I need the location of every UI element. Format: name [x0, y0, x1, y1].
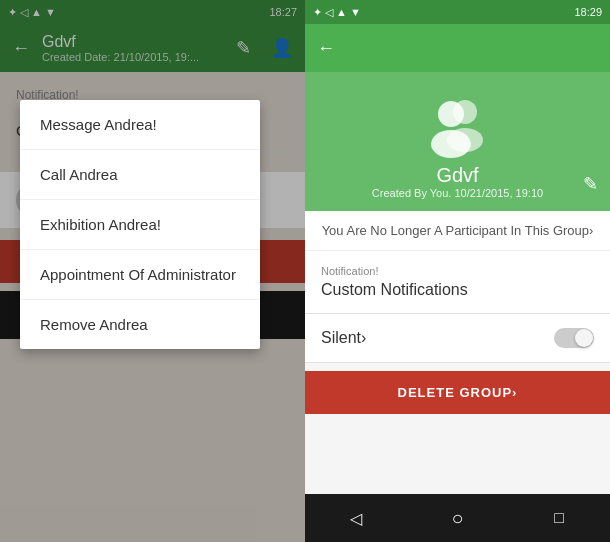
participant-notice: You Are No Longer A Participant In This …: [305, 211, 610, 251]
right-status-time: 18:29: [574, 6, 602, 18]
right-nav-recent-icon[interactable]: □: [539, 498, 579, 538]
silent-label: Silent›: [321, 329, 366, 347]
right-toolbar: ←: [305, 24, 610, 72]
right-edit-icon[interactable]: ✎: [583, 173, 598, 195]
group-header: Gdvf Created By You. 10/21/2015, 19:10 ✎: [305, 72, 610, 211]
menu-item-message-andrea[interactable]: Message Andrea!: [20, 100, 260, 150]
delete-group-button[interactable]: DELETE GROUP›: [305, 371, 610, 414]
menu-item-remove-andrea[interactable]: Remove Andrea: [20, 300, 260, 349]
svg-point-2: [438, 101, 464, 127]
right-nav-bar: ◁ ○ □: [305, 494, 610, 542]
menu-item-exhibition-andrea[interactable]: Exhibition Andrea!: [20, 200, 260, 250]
left-panel: ✦ ◁ ▲ ▼ 18:27 ← Gdvf Created Date: 21/10…: [0, 0, 305, 542]
toggle-knob: [575, 329, 593, 347]
right-group-created: Created By You. 10/21/2015, 19:10: [372, 187, 543, 199]
menu-item-appointment[interactable]: Appointment Of Administrator: [20, 250, 260, 300]
silent-toggle[interactable]: [554, 328, 594, 348]
menu-item-call-andrea[interactable]: Call Andrea: [20, 150, 260, 200]
svg-point-3: [431, 130, 471, 158]
group-avatar: [423, 88, 493, 158]
notification-setting-label: Notification!: [321, 265, 594, 277]
custom-notifications-setting: Custom Notifications: [321, 281, 594, 299]
right-back-icon[interactable]: ←: [317, 38, 335, 59]
notification-setting-row[interactable]: Notification! Custom Notifications: [305, 251, 610, 314]
right-nav-back-icon[interactable]: ◁: [336, 498, 376, 538]
right-nav-home-icon[interactable]: ○: [437, 498, 477, 538]
context-menu: Message Andrea! Call Andrea Exhibition A…: [20, 100, 260, 349]
right-status-bar: ✦ ◁ ▲ ▼ 18:29: [305, 0, 610, 24]
silent-setting-row[interactable]: Silent›: [305, 314, 610, 363]
group-avatar-icon: [423, 88, 493, 158]
right-content: Notification! Custom Notifications Silen…: [305, 251, 610, 494]
right-status-icons: ✦ ◁ ▲ ▼: [313, 6, 361, 19]
right-panel: ✦ ◁ ▲ ▼ 18:29 ← Gdvf Created By You. 10/…: [305, 0, 610, 542]
right-group-name: Gdvf: [436, 164, 478, 187]
